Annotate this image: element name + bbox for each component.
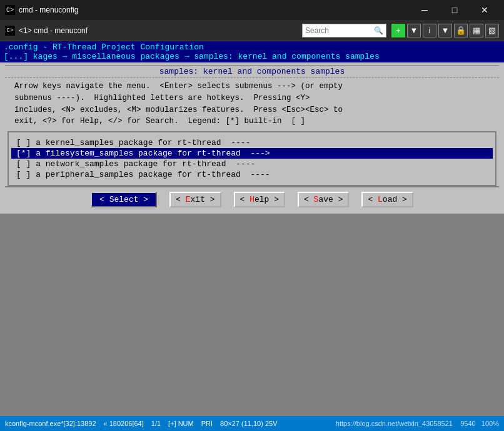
search-icon-button[interactable]: 🔍 — [374, 26, 383, 35]
status-link: https://blog.csdn.net/weixin_43058521 95… — [336, 420, 499, 427]
status-bar: kconfig-mconf.exe*[32]:13892 « 180206[64… — [0, 416, 504, 431]
toolbar-info-button[interactable]: i — [423, 24, 436, 37]
status-info2: 1/1 — [151, 420, 161, 427]
maximize-button[interactable]: □ — [440, 1, 469, 19]
status-info1: « 180206[64] — [104, 420, 144, 427]
exit-button[interactable]: < Exit > — [169, 192, 221, 207]
help-label: < — [240, 195, 250, 204]
save-label: < — [304, 195, 314, 204]
close-button[interactable]: ✕ — [470, 1, 499, 19]
menu-item-network[interactable]: [ ] a network_samples package for rt-thr… — [11, 159, 493, 169]
save-button[interactable]: < Save > — [298, 192, 349, 207]
tab-label: <1> cmd - menuconf — [19, 26, 302, 35]
exit-label2: xit > — [191, 195, 215, 204]
toolbar-layout1-button[interactable]: ▦ — [470, 24, 483, 37]
toolbar-layout2-button[interactable]: ▧ — [485, 24, 499, 37]
help-button[interactable]: < Help > — [234, 192, 285, 207]
search-input[interactable] — [305, 26, 374, 35]
search-box[interactable]: 🔍 — [302, 24, 386, 37]
load-hotkey: L — [378, 195, 383, 204]
help-label2: elp > — [255, 195, 279, 204]
load-button[interactable]: < Load > — [361, 192, 413, 207]
window-controls: ─ □ ✕ — [410, 1, 499, 19]
toolbar-dropdown-button[interactable]: ▼ — [407, 24, 421, 37]
help-hotkey: H — [249, 195, 255, 204]
exit-label: < — [176, 195, 186, 204]
app-icon: C> — [5, 5, 15, 15]
minimize-button[interactable]: ─ — [410, 1, 439, 19]
menu-item-kernel[interactable]: [ ] a kernel_samples package for rt-thre… — [11, 137, 493, 148]
title-bar: C> cmd - menuconfig ─ □ ✕ — [0, 0, 504, 20]
terminal-header: .config - RT-Thread Project Configuratio… — [0, 41, 504, 62]
tab-icon: C> — [5, 26, 15, 36]
select-button[interactable]: < Select > — [91, 192, 157, 207]
status-link-text: https://blog.csdn.net/weixin_43058521 — [336, 420, 453, 427]
toolbar-icons: + ▼ i ▼ 🔒 ▦ ▧ — [391, 24, 499, 37]
breadcrumb: [...] kages → miscellaneous packages → s… — [4, 52, 500, 61]
menu-box: [ ] a kernel_samples package for rt-thre… — [8, 131, 496, 186]
tab-bar: C> <1> cmd - menuconf 🔍 + ▼ i ▼ 🔒 ▦ ▧ — [0, 20, 504, 41]
save-label2: ave > — [318, 195, 343, 204]
status-info4: PRI — [201, 420, 213, 427]
center-title: samples: kernel and components samples — [5, 65, 499, 78]
exit-hotkey: E — [186, 195, 191, 204]
config-line: .config - RT-Thread Project Configuratio… — [4, 42, 500, 52]
status-percent: 100% — [481, 420, 499, 427]
load-label: < — [368, 195, 378, 204]
status-info3: [+] NUM — [168, 420, 194, 427]
menu-item-filesystem[interactable]: [*] a filesystem_samples package for rt-… — [11, 148, 493, 159]
window-title: cmd - menuconfig — [19, 6, 406, 14]
help-text: Arrow keys navigate the menu. <Enter> se… — [5, 81, 499, 127]
status-zoom: 9540 — [460, 420, 475, 427]
toolbar-info-dropdown-button[interactable]: ▼ — [438, 24, 452, 37]
menu-item-peripheral[interactable]: [ ] a peripheral_samples package for rt-… — [11, 169, 493, 180]
toolbar-lock-button[interactable]: 🔒 — [454, 24, 468, 37]
bottom-button-bar: < Select > < Exit > < Help > < Save > < … — [5, 186, 499, 211]
toolbar-add-button[interactable]: + — [391, 24, 405, 37]
terminal-content: samples: kernel and components samples A… — [0, 62, 504, 214]
status-coords: 80×27 (11,10) 25V — [220, 420, 277, 427]
status-process: kconfig-mconf.exe*[32]:13892 — [5, 420, 96, 427]
load-label2: oad > — [383, 195, 407, 204]
terminal-area: .config - RT-Thread Project Configuratio… — [0, 41, 504, 416]
